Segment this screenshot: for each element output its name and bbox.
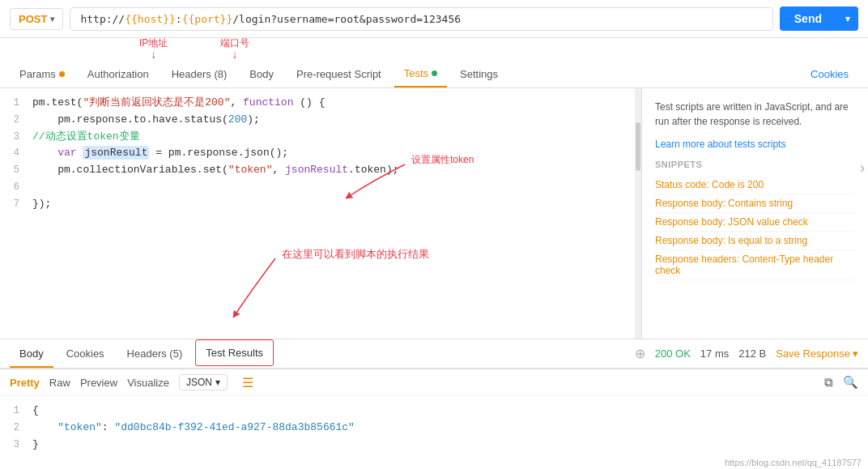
line-content-2: pm.response.to.have.status(200); xyxy=(32,112,635,129)
bottom-tab-body[interactable]: Body xyxy=(10,341,53,368)
save-response-label: Save Response xyxy=(776,347,850,360)
line-content-4: var jsonResult = pm.response.json(); xyxy=(32,145,635,162)
line-content-1: pm.test("判断当前返回状态是不是200", function () { xyxy=(32,95,635,112)
tab-authorization-label: Authorization xyxy=(87,68,149,80)
ip-annotation: IP地址 ↓ xyxy=(139,36,168,59)
tab-tests-label: Tests xyxy=(404,67,428,79)
json-line-num-3: 3 xyxy=(0,437,32,453)
json-content-1: { xyxy=(32,403,868,420)
format-type-selector[interactable]: JSON ▾ xyxy=(179,374,228,390)
send-button[interactable]: Send ▾ xyxy=(780,6,858,31)
request-tabs-bar: Params Authorization Headers (8) Body Pr… xyxy=(0,61,868,88)
send-label: Send xyxy=(780,12,836,25)
send-chevron-icon[interactable]: ▾ xyxy=(837,14,858,24)
bottom-tab-cookies[interactable]: Cookies xyxy=(57,341,114,366)
right-panel-intro: Test scripts are written in JavaScript, … xyxy=(655,100,855,129)
json-content-2: "token": "dd0bc84b-f392-41ed-a927-88da3b… xyxy=(32,420,868,437)
json-line-num-1: 1 xyxy=(0,403,32,419)
copy-icon[interactable]: ⧉ xyxy=(824,375,833,390)
json-line-2: 2 "token": "dd0bc84b-f392-41ed-a927-88da… xyxy=(0,420,868,437)
tab-body[interactable]: Body xyxy=(240,62,283,87)
bottom-tab-headers[interactable]: Headers (5) xyxy=(117,341,193,366)
time-info: 17 ms xyxy=(700,347,729,360)
format-type-label: JSON xyxy=(186,377,212,388)
bottom-tab-cookies-label: Cookies xyxy=(66,347,104,360)
line-num-3: 3 xyxy=(0,129,32,145)
line-num-1: 1 xyxy=(0,95,32,111)
code-line-4: 4 var jsonResult = pm.response.json(); xyxy=(0,145,635,162)
method-chevron-icon: ▾ xyxy=(50,15,54,23)
bottom-tab-body-label: Body xyxy=(19,347,44,360)
tab-cookies-label: Cookies xyxy=(811,68,849,80)
save-response-chevron: ▾ xyxy=(853,347,858,360)
snippet-body-contains[interactable]: Response body: Contains string xyxy=(655,194,855,213)
bottom-tab-test-results-label: Test Results xyxy=(206,347,263,359)
url-colon: : xyxy=(176,13,182,25)
right-panel-link[interactable]: Learn more about tests scripts xyxy=(655,139,785,150)
line-num-5: 5 xyxy=(0,162,32,178)
expand-panel-icon[interactable]: › xyxy=(860,160,865,177)
url-prefix: http:// xyxy=(80,13,125,25)
top-bar: POST ▾ http://{{host}}:{{port}}/login?us… xyxy=(0,0,868,38)
format-tab-pretty[interactable]: Pretty xyxy=(10,377,40,389)
code-editor[interactable]: 1 pm.test("判断当前返回状态是不是200", function () … xyxy=(0,88,635,220)
save-response-button[interactable]: Save Response ▾ xyxy=(776,347,858,360)
line-content-7: }); xyxy=(32,196,635,213)
code-line-3: 3 //动态设置token变量 xyxy=(0,129,635,146)
tab-authorization[interactable]: Authorization xyxy=(78,62,159,87)
snippet-headers-content-type[interactable]: Response headers: Content-Type header ch… xyxy=(655,250,855,280)
snippet-body-equal[interactable]: Response body: Is equal to a string xyxy=(655,232,855,250)
tab-prerequest[interactable]: Pre-request Script xyxy=(287,62,391,87)
script-result-annotation: 在这里可以看到脚本的执行结果 xyxy=(227,250,405,318)
status-badge: 200 OK xyxy=(655,347,691,360)
code-editor-container: 1 pm.test("判断当前返回状态是不是200", function () … xyxy=(0,88,635,339)
format-bar: Pretty Raw Preview Visualize JSON ▾ ☰ ⧉ … xyxy=(0,369,868,396)
json-line-3: 3 } xyxy=(0,437,868,454)
port-annotation: 端口号 ↓ xyxy=(220,36,249,59)
bottom-section: Body Cookies Headers (5) Test Results ⊕ … xyxy=(0,339,868,459)
format-type-chevron: ▾ xyxy=(215,377,220,388)
json-content-3: } xyxy=(32,437,868,454)
url-annotations: IP地址 ↓ 端口号 ↓ xyxy=(0,38,868,61)
line-content-3: //动态设置token变量 xyxy=(32,129,635,146)
line-content-5: pm.collectionVariables.set("token", json… xyxy=(32,162,635,179)
tab-headers[interactable]: Headers (8) xyxy=(162,62,237,87)
line-num-2: 2 xyxy=(0,112,32,128)
tab-tests[interactable]: Tests xyxy=(394,61,447,87)
format-tab-raw[interactable]: Raw xyxy=(49,377,70,389)
snippet-body-json[interactable]: Response body: JSON value check xyxy=(655,213,855,232)
line-num-6: 6 xyxy=(0,179,32,195)
format-tab-visualize[interactable]: Visualize xyxy=(127,377,169,389)
method-selector[interactable]: POST ▾ xyxy=(10,8,63,30)
globe-icon: ⊕ xyxy=(635,346,645,361)
code-line-2: 2 pm.response.to.have.status(200); xyxy=(0,112,635,129)
line-num-4: 4 xyxy=(0,145,32,161)
main-content-area: 1 pm.test("判断当前返回状态是不是200", function () … xyxy=(0,88,868,339)
size-info: 212 B xyxy=(738,347,766,360)
tab-settings-label: Settings xyxy=(460,68,498,80)
tab-params[interactable]: Params xyxy=(10,62,74,87)
tab-headers-label: Headers (8) xyxy=(172,68,228,80)
scrollbar-thumb xyxy=(636,122,640,171)
url-display[interactable]: http://{{host}}:{{port}}/login?username=… xyxy=(70,7,772,31)
snippet-status-200[interactable]: Status code: Code is 200 xyxy=(655,176,855,194)
tab-params-label: Params xyxy=(19,68,56,80)
bottom-tab-test-results[interactable]: Test Results xyxy=(195,339,274,366)
tab-settings[interactable]: Settings xyxy=(450,62,508,87)
bottom-right-info: ⊕ 200 OK 17 ms 212 B Save Response ▾ xyxy=(635,346,858,361)
tab-prerequest-label: Pre-request Script xyxy=(296,68,381,80)
url-port: {{port}} xyxy=(182,13,233,25)
right-panel: Test scripts are written in JavaScript, … xyxy=(641,88,868,339)
tab-cookies[interactable]: Cookies xyxy=(801,62,858,87)
json-line-num-2: 2 xyxy=(0,420,32,436)
tests-dot xyxy=(432,70,437,76)
vertical-scrollbar[interactable] xyxy=(635,88,641,339)
format-tab-preview[interactable]: Preview xyxy=(80,377,117,389)
search-icon[interactable]: 🔍 xyxy=(843,375,858,390)
bottom-tab-headers-label: Headers (5) xyxy=(127,347,183,360)
params-dot xyxy=(59,71,65,77)
code-line-7: 7 }); xyxy=(0,196,635,213)
filter-icon[interactable]: ☰ xyxy=(242,375,253,390)
line-num-7: 7 xyxy=(0,196,32,212)
code-line-6: 6 xyxy=(0,179,635,196)
